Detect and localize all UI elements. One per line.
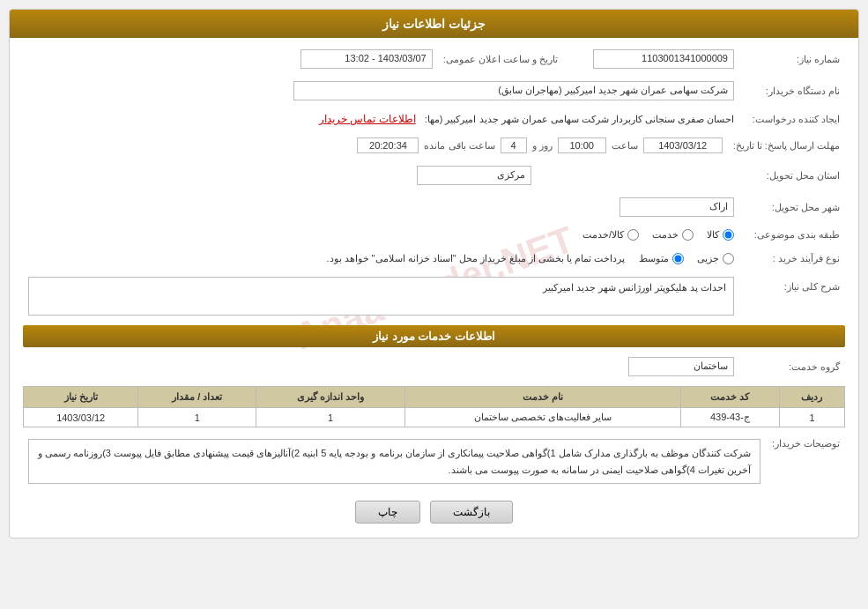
noeFarayand-option-jozi[interactable]: جزیی: [697, 253, 734, 264]
tabaqebandi-khadamat-label: خدمت: [652, 229, 679, 241]
tabaqebandi-kalakhadamat-label: کالا/خدمت: [582, 229, 624, 241]
info-table-row7: طبقه بندی موضوعی: کالا خدمت: [23, 227, 845, 243]
tozihat-box: شرکت کنندگان موظف به بارگذاری مدارک شامل…: [28, 439, 760, 484]
col-namKhadamat: نام خدمت: [404, 387, 680, 408]
noeFarayand-motevaset-label: متوسط: [639, 253, 669, 264]
tarikhoSaatElan-label: تاریخ و ساعت اعلان عمومی:: [438, 47, 563, 71]
sharhKolliNiaz-value-cell: احداث پد هلیکوپتر اورژانس شهر جدید امیرک…: [23, 274, 739, 318]
tarikhoSaatElan-input: 1403/03/07 - 13:02: [300, 49, 433, 69]
saat-label: ساعت: [612, 140, 638, 152]
tabaqebandi-radio-group: کالا خدمت کالا/خدمت: [28, 229, 734, 241]
tabaqebandi-option-kalakhadamat[interactable]: کالا/خدمت: [582, 229, 639, 241]
namDastgah-value-cell: شرکت سهامی عمران شهر جدید امیرکبیر (مهاج…: [23, 78, 739, 103]
rooz-label: روز و: [532, 140, 553, 152]
tabaqebandi-option-khadamat[interactable]: خدمت: [652, 229, 694, 241]
col-tarikheNiaz: تاریخ نیاز: [24, 387, 138, 408]
ijadKonnande-value-cell: احسان صفری سنجانی کاربردار شرکت سهامی عم…: [23, 110, 739, 128]
col-radif: ردیف: [779, 387, 844, 408]
cell-namKhadamat: سایر فعالیت‌های تخصصی ساختمان: [404, 408, 680, 427]
btn-row: بازگشت چاپ: [23, 501, 845, 524]
info-table-row1: شماره نیاز: 1103001341000009 تاریخ و ساع…: [23, 47, 845, 71]
shomareNiaz-label: شماره نیاز:: [739, 47, 845, 71]
page-container: جزئیات اطلاعات نیاز AnaaTender.NET شماره…: [0, 0, 868, 547]
tabaqebandi-option-kala[interactable]: کالا: [707, 229, 734, 241]
noeFarayand-label: نوع فرآیند خرید :: [739, 250, 845, 267]
mohlatErsalPasokh-row: 1403/03/12 ساعت 10:00 روز و 4 ساعت باقی …: [28, 137, 723, 153]
col-tedad: تعداد / مقدار: [138, 387, 256, 408]
saat-box: 10:00: [558, 137, 606, 153]
ostanMahale-value-cell: مرکزی: [23, 163, 537, 188]
chap-button[interactable]: چاپ: [355, 501, 420, 524]
noeFarayand-row: جزیی متوسط پرداخت تمام یا بخشی از مبلغ خ…: [28, 253, 734, 264]
grohKhadamat-value-cell: ساختمان: [23, 354, 739, 379]
content: شماره نیاز: 1103001341000009 تاریخ و ساع…: [23, 47, 845, 524]
tozihat-value-cell: شرکت کنندگان موظف به بارگذاری مدارک شامل…: [23, 433, 766, 490]
tabaqebandi-value-cell: کالا خدمت کالا/خدمت: [23, 227, 739, 243]
noeFarayand-radio-jozi[interactable]: [723, 253, 734, 264]
cell-tarikheNiaz: 1403/03/12: [24, 408, 138, 427]
tabaqebandi-radio-kalakhadamat[interactable]: [627, 229, 639, 241]
info-table-row3: ایجاد کننده درخواست: احسان صفری سنجانی ک…: [23, 110, 845, 128]
rooz-box: 4: [501, 137, 527, 153]
cell-kodKhadamat: ج-43-439: [680, 408, 779, 427]
info-table-groh: گروه خدمت: ساختمان: [23, 354, 845, 379]
shomareNiaz-input: 1103001341000009: [593, 49, 734, 69]
noeFarayand-jozi-label: جزیی: [697, 253, 719, 264]
info-table-row8: نوع فرآیند خرید : جزیی: [23, 250, 845, 267]
ijadKonnande-text: احسان صفری سنجانی کاربردار شرکت سهامی عم…: [425, 114, 734, 124]
main-card: جزئیات اطلاعات نیاز AnaaTender.NET شماره…: [9, 9, 859, 538]
ostanMahale-label: استان محل تحویل:: [537, 163, 845, 188]
grohKhadamat-input: ساختمان: [628, 357, 734, 376]
tabaqebandi-radio-khadamat[interactable]: [682, 229, 694, 241]
card-body: AnaaTender.NET شماره نیاز: 1103001341000…: [10, 38, 858, 538]
table-row: 1 ج-43-439 سایر فعالیت‌های تخصصی ساختمان…: [24, 408, 845, 427]
namDastgah-label: نام دستگاه خریدار:: [739, 78, 845, 103]
cell-vahedAndaze: 1: [256, 408, 404, 427]
ijadKonnande-link[interactable]: اطلاعات تماس خریدار: [319, 113, 416, 125]
ijadKonnande-label: ایجاد کننده درخواست:: [739, 110, 845, 128]
col-vahedAndaze: واحد اندازه گیری: [256, 387, 404, 408]
khadamat-section-header: اطلاعات خدمات مورد نیاز: [23, 325, 845, 347]
info-table-tozihat: توضیحات خریدار: شرکت کنندگان موظف به بار…: [23, 433, 845, 490]
sharhKolliNiaz-label: شرح کلی نیاز:: [739, 274, 845, 318]
info-table-sharh: شرح کلی نیاز: احداث پد هلیکوپتر اورژانس …: [23, 274, 845, 318]
noeFarayand-option-motevaset[interactable]: متوسط: [639, 253, 684, 264]
noeFarayand-note: پرداخت تمام یا بخشی از مبلغ خریداز محل "…: [326, 253, 625, 264]
tabaqebandi-kala-label: کالا: [707, 229, 719, 241]
info-table-row4: مهلت ارسال پاسخ: تا تاریخ: 1403/03/12 سا…: [23, 135, 845, 156]
cell-radif: 1: [779, 408, 844, 427]
services-tbody: 1 ج-43-439 سایر فعالیت‌های تخصصی ساختمان…: [24, 408, 845, 427]
card-header: جزئیات اطلاعات نیاز: [10, 10, 858, 38]
grohKhadamat-label: گروه خدمت:: [739, 354, 845, 379]
noeFarayand-radio-motevaset[interactable]: [672, 253, 684, 264]
shomareNiaz-value-cell: 1103001341000009: [563, 47, 739, 71]
cell-tedad: 1: [138, 408, 256, 427]
services-table: ردیف کد خدمت نام خدمت واحد اندازه گیری ت…: [23, 386, 845, 427]
baghimandeh-box: 20:20:34: [357, 137, 419, 153]
tarikhoSaatElan-value-cell: 1403/03/07 - 13:02: [23, 47, 438, 71]
bazgasht-button[interactable]: بازگشت: [430, 501, 513, 524]
shahrMahale-label: شهر محل تحویل:: [739, 195, 845, 219]
mohlatErsalPasokh-label: مهلت ارسال پاسخ: تا تاریخ:: [728, 135, 845, 156]
sharhKolliNiaz-box: احداث پد هلیکوپتر اورژانس شهر جدید امیرک…: [28, 277, 734, 316]
page-title: جزئیات اطلاعات نیاز: [382, 17, 486, 31]
col-kodKhadamat: کد خدمت: [680, 387, 779, 408]
info-table-row2: نام دستگاه خریدار: شرکت سهامی عمران شهر …: [23, 78, 845, 103]
baghimandeh-label: ساعت باقی مانده: [424, 140, 494, 152]
noeFarayand-radio-group: جزیی متوسط: [639, 253, 734, 264]
mohlatErsalPasokh-value-cell: 1403/03/12 ساعت 10:00 روز و 4 ساعت باقی …: [23, 135, 728, 156]
ostanMahale-input: مرکزی: [417, 166, 531, 185]
shahrMahale-input: اراک: [619, 197, 734, 217]
info-table-row6: شهر محل تحویل: اراک: [23, 195, 845, 219]
tabaqebandi-label: طبقه بندی موضوعی:: [739, 227, 845, 243]
noeFarayand-value-cell: جزیی متوسط پرداخت تمام یا بخشی از مبلغ خ…: [23, 250, 739, 267]
tabaqebandi-radio-kala[interactable]: [723, 229, 734, 241]
info-table-row5: استان محل تحویل: مرکزی: [23, 163, 845, 188]
tarikhe-box: 1403/03/12: [643, 137, 723, 153]
tozihat-label: توضیحات خریدار:: [766, 433, 845, 490]
namDastgah-input: شرکت سهامی عمران شهر جدید امیرکبیر (مهاج…: [293, 81, 734, 100]
shahrMahale-value-cell: اراک: [23, 195, 739, 219]
